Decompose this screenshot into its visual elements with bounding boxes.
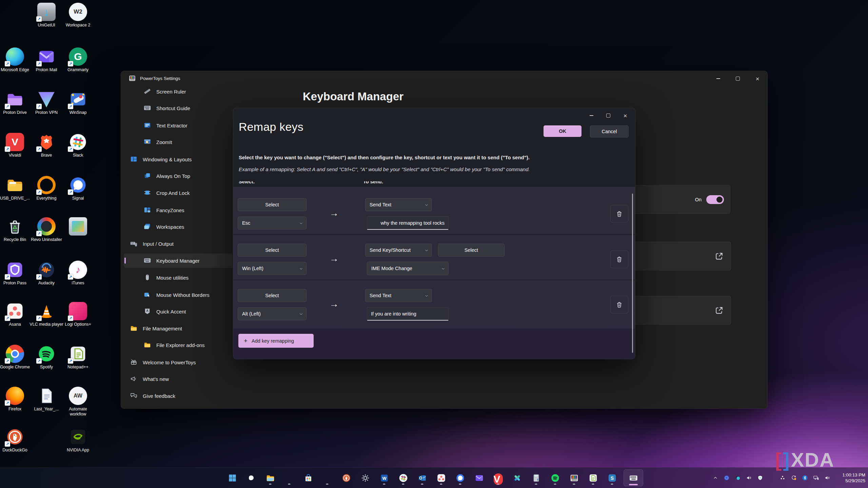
desktop-icon-revo[interactable]: ↗Revo Uninstaller xyxy=(29,217,64,242)
window-title: PowerToys Settings xyxy=(140,76,180,81)
send-text-input[interactable]: why the remapping tool rocks xyxy=(367,216,449,230)
taskbar-powertoys[interactable] xyxy=(567,470,581,485)
taskbar-start[interactable] xyxy=(225,470,240,485)
taskbar-duckduckgo[interactable] xyxy=(339,470,354,485)
maximize-button[interactable] xyxy=(728,71,748,86)
open-external-button[interactable] xyxy=(714,251,724,261)
desktop-icon-vlc[interactable]: ↗VLC media player xyxy=(29,302,64,327)
desktop-icon-screenshot-file[interactable] xyxy=(60,217,96,237)
desktop-icon-workspace2[interactable]: W2Workspace 2 xyxy=(60,3,96,28)
cancel-button[interactable]: Cancel xyxy=(590,125,629,138)
taskbar-vivaldi[interactable]: V xyxy=(491,470,506,485)
desktop-icon-signal[interactable]: ↗Signal xyxy=(60,176,96,201)
taskbar-pinwheel-app[interactable] xyxy=(510,470,525,485)
enable-toggle[interactable] xyxy=(706,195,724,204)
desktop-icon-unigetui[interactable]: ↓↗UniGetUI xyxy=(29,3,64,28)
desktop-icon-slack[interactable]: ↗Slack xyxy=(60,133,96,158)
add-key-remapping-button[interactable]: + Add key remapping xyxy=(238,334,314,348)
dialog-minimize-button[interactable] xyxy=(583,109,600,122)
dialog-maximize-button[interactable] xyxy=(600,109,617,122)
desktop-icon-recyclebin[interactable]: Recycle Bin xyxy=(0,217,33,242)
taskbar-calculator[interactable] xyxy=(529,470,544,485)
tray-proton-vpn-tray[interactable]: ∞ xyxy=(755,472,765,483)
desktop-icon-protonmail[interactable]: ↗Proton Mail xyxy=(29,47,64,73)
taskbar-slack[interactable] xyxy=(396,470,411,485)
desktop-icon-logi[interactable]: ↗Logi Options+ xyxy=(60,302,96,327)
ok-button[interactable]: OK xyxy=(544,125,581,137)
taskbar-microsoft-store[interactable] xyxy=(301,470,316,485)
desktop-icon-nvidia[interactable]: NVIDIA App xyxy=(60,428,96,453)
shortcut-arrow-icon: ↗ xyxy=(5,104,10,109)
taskbar-notepad-plus-plus[interactable] xyxy=(586,470,600,485)
tray-everything-tray[interactable] xyxy=(733,472,743,483)
sidebar-item-screen-ruler[interactable]: Screen Ruler xyxy=(124,84,341,99)
tray-volume[interactable] xyxy=(822,472,832,483)
taskbar-file-explorer[interactable] xyxy=(263,470,278,485)
send-type-dropdown[interactable]: Send Key/Shortcut xyxy=(365,244,432,257)
select-key-button[interactable]: Select xyxy=(238,198,307,211)
taskbar-outlook[interactable] xyxy=(415,470,430,485)
key-dropdown[interactable]: Alt (Left) xyxy=(238,307,307,320)
taskbar-asana[interactable] xyxy=(434,470,449,485)
sidebar-item-what-s-new[interactable]: What's new xyxy=(124,372,341,386)
desktop-icon-automate[interactable]: AWAutomate workflow xyxy=(60,387,96,417)
desktop-icon-label: Spotify xyxy=(40,365,53,370)
send-type-dropdown[interactable]: Send Text xyxy=(365,198,432,211)
desktop-icon-protonvpn[interactable]: ↗Proton VPN xyxy=(29,90,64,115)
tray-volume-mixer[interactable] xyxy=(744,472,754,483)
desktop-icon-lastyear[interactable]: Last_Year_... xyxy=(29,387,64,412)
hidden-icons-chevron[interactable] xyxy=(710,472,721,483)
taskbar-copilot[interactable] xyxy=(244,470,259,485)
desktop-icon-firefox[interactable]: ↗Firefox xyxy=(0,387,33,412)
select-key-button[interactable]: Select xyxy=(238,289,307,302)
delete-remapping-button[interactable] xyxy=(610,250,628,268)
taskbar-settings[interactable] xyxy=(358,470,373,485)
desktop-icon-audacity[interactable]: ↗Audacity xyxy=(29,261,64,286)
desktop-icon-edge[interactable]: ↗Microsoft Edge xyxy=(0,47,33,73)
close-button[interactable]: × xyxy=(748,71,767,86)
desktop-icon-protondrive[interactable]: ↗Proton Drive xyxy=(0,90,33,115)
desktop-icon-usbdrive[interactable]: USB_DRIVE_... xyxy=(0,176,33,201)
delete-remapping-button[interactable] xyxy=(610,296,628,313)
taskbar-edge[interactable] xyxy=(282,470,297,485)
desktop-icon-protonpass[interactable]: ↗Proton Pass xyxy=(0,261,33,286)
desktop-icon-spotify[interactable]: ↗Spotify xyxy=(29,345,64,370)
taskbar-snagit[interactable]: S xyxy=(605,470,619,485)
taskbar-proton-mail[interactable] xyxy=(472,470,487,485)
desktop-icon-itunes[interactable]: ♪↗iTunes xyxy=(60,261,96,286)
desktop-icon-everything[interactable]: ↗Everything xyxy=(29,176,64,201)
key-dropdown[interactable]: Win (Left) xyxy=(238,262,307,275)
send-text-input[interactable]: If you are into writing xyxy=(367,307,449,321)
taskbar-clock[interactable]: 1:00:13 PM 5/29/2025 xyxy=(836,472,865,484)
desktop-icon-vivaldi[interactable]: V↗Vivaldi xyxy=(0,133,33,158)
tray-network[interactable] xyxy=(811,472,821,483)
tray-signal-tray[interactable] xyxy=(722,472,732,483)
desktop-icon-notepadpp[interactable]: ↗Notepad++ xyxy=(60,345,96,370)
tray-update-sync[interactable] xyxy=(789,472,799,483)
open-external-button[interactable] xyxy=(714,306,724,315)
send-key-dropdown[interactable]: IME Mode Change xyxy=(367,262,449,275)
key-dropdown[interactable]: Esc xyxy=(238,217,307,229)
desktop-icon-winsnap[interactable]: ↗WinSnap xyxy=(60,90,96,115)
desktop-icon-grammarly[interactable]: G↗Grammarly xyxy=(60,47,96,73)
taskbar-firefox[interactable] xyxy=(320,470,335,485)
taskbar-word[interactable]: W xyxy=(377,470,392,485)
tray-bluetooth[interactable] xyxy=(800,472,810,483)
select-shortcut-button[interactable]: Select xyxy=(438,244,505,257)
select-key-button[interactable]: Select xyxy=(238,244,307,257)
desktop-icon-asana[interactable]: ↗Asana xyxy=(0,302,33,327)
taskbar-signal[interactable] xyxy=(453,470,468,485)
send-type-dropdown[interactable]: Send Text xyxy=(365,289,432,302)
tray-workspaces-dots[interactable] xyxy=(777,472,788,483)
minimize-button[interactable] xyxy=(708,71,728,86)
taskbar-spotify[interactable] xyxy=(548,470,563,485)
sidebar-item-give-feedback[interactable]: Give feedback xyxy=(124,389,341,403)
delete-remapping-button[interactable] xyxy=(610,205,628,223)
desktop-icon-brave[interactable]: ↗Brave xyxy=(29,133,64,158)
tray-powertoys-tray[interactable] xyxy=(766,472,776,483)
desktop-icon-chrome[interactable]: ↗Google Chrome xyxy=(0,345,33,370)
taskbar-keyboard-manager-remap[interactable] xyxy=(624,469,643,486)
dialog-close-button[interactable]: × xyxy=(617,109,634,122)
desktop-icon-duckduckgo[interactable]: ↗DuckDuckGo xyxy=(0,428,33,453)
dialog-scrollbar[interactable] xyxy=(632,194,633,353)
